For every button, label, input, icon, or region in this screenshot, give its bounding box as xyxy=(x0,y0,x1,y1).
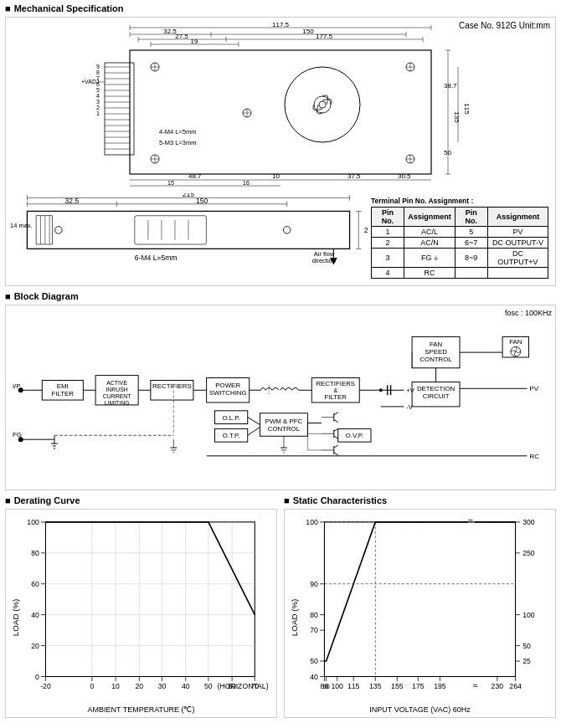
svg-text:0: 0 xyxy=(35,673,39,681)
svg-text:20: 20 xyxy=(135,682,143,690)
svg-text:30.5: 30.5 xyxy=(398,172,411,180)
svg-text:6-M4 L=5mm: 6-M4 L=5mm xyxy=(135,254,178,262)
top-view-drawing: 117.5 32.5 150 27.5 177.5 xyxy=(80,21,481,188)
svg-text:150: 150 xyxy=(196,197,208,205)
svg-text:POWER: POWER xyxy=(215,382,240,389)
svg-text:3: 3 xyxy=(96,99,100,105)
svg-text:DETECTION: DETECTION xyxy=(417,385,455,392)
svg-text:27.5: 27.5 xyxy=(175,33,188,40)
svg-text:300: 300 xyxy=(522,518,535,526)
col-pin2: Pin No. xyxy=(455,208,487,227)
svg-text:40: 40 xyxy=(182,682,190,690)
svg-text:4: 4 xyxy=(96,93,100,99)
svg-text:100: 100 xyxy=(306,518,318,526)
svg-text:FILTER: FILTER xyxy=(325,393,347,401)
svg-text:80: 80 xyxy=(31,549,39,557)
svg-text:5: 5 xyxy=(96,87,100,93)
svg-text:0: 0 xyxy=(90,682,94,690)
svg-text:115: 115 xyxy=(347,682,360,690)
svg-text:INRUSH: INRUSH xyxy=(106,387,127,392)
svg-text:ACTIVE: ACTIVE xyxy=(106,380,127,386)
svg-text:150: 150 xyxy=(302,28,314,35)
svg-text:100: 100 xyxy=(522,611,535,619)
svg-text:≈: ≈ xyxy=(468,515,473,525)
svg-text:FAN: FAN xyxy=(430,341,443,348)
table-row: 4RC xyxy=(372,268,548,279)
svg-text:O.T.P.: O.T.P. xyxy=(223,432,240,439)
svg-line-187 xyxy=(248,418,260,425)
svg-text:RC: RC xyxy=(529,453,539,460)
svg-line-192 xyxy=(334,420,338,423)
svg-point-109 xyxy=(283,227,291,234)
svg-rect-22 xyxy=(130,50,431,174)
svg-rect-216 xyxy=(45,522,255,677)
svg-text:CONTROL: CONTROL xyxy=(268,425,301,433)
svg-point-50 xyxy=(285,67,360,142)
terminal-title: Terminal Pin No. Assignment : xyxy=(371,197,548,205)
svg-text:CIRCUIT: CIRCUIT xyxy=(423,392,450,400)
svg-text:PV: PV xyxy=(529,385,538,392)
svg-point-52 xyxy=(319,101,326,108)
svg-text:60: 60 xyxy=(31,580,39,588)
svg-text:O.V.P.: O.V.P. xyxy=(346,432,363,439)
mechanical-title: Mechanical Specification xyxy=(5,3,556,13)
svg-text:175: 175 xyxy=(412,682,425,690)
svg-text:38.7: 38.7 xyxy=(444,82,457,90)
side-view-drawing: 215 32.5 150 xyxy=(9,193,368,282)
svg-text:80: 80 xyxy=(310,611,318,619)
block-diagram-area: I/P FG EMI FILTER xyxy=(9,319,552,486)
svg-text:50: 50 xyxy=(444,149,451,156)
svg-text:FILTER: FILTER xyxy=(52,390,75,397)
svg-text:FG: FG xyxy=(13,431,22,438)
svg-text:8: 8 xyxy=(96,69,100,75)
svg-rect-99 xyxy=(36,216,52,244)
fosc-label: fosc : 100KHz xyxy=(9,309,552,317)
col-assign1: Assignment xyxy=(404,208,455,227)
bottom-sections: Derating Curve LOAD (%) 0 20 xyxy=(5,495,556,718)
svg-rect-103 xyxy=(135,216,207,244)
block-title: Block Diagram xyxy=(5,291,556,301)
svg-text:230: 230 xyxy=(492,682,504,690)
svg-text:177.5: 177.5 xyxy=(316,33,333,40)
svg-text:PWM & PFC: PWM & PFC xyxy=(265,418,303,425)
svg-text:15: 15 xyxy=(167,180,174,186)
svg-text:100: 100 xyxy=(27,518,39,526)
svg-text:-20: -20 xyxy=(40,682,51,690)
svg-text:RECTIFIERS: RECTIFIERS xyxy=(152,382,192,390)
svg-text:70: 70 xyxy=(310,626,318,634)
svg-text:CURRENT: CURRENT xyxy=(103,393,131,399)
svg-text:4-M4 L=5mm: 4-M4 L=5mm xyxy=(159,128,196,136)
derating-x-label: AMBIENT TEMPERATURE (℃) xyxy=(9,705,273,714)
svg-text:10: 10 xyxy=(111,682,120,690)
svg-text:90: 90 xyxy=(322,683,329,690)
terminal-table-wrapper: Terminal Pin No. Assignment : Pin No. As… xyxy=(368,193,552,282)
block-content: fosc : 100KHz I/P FG xyxy=(5,305,556,490)
svg-line-200 xyxy=(334,453,338,455)
svg-text:25: 25 xyxy=(522,657,531,665)
svg-text:30: 30 xyxy=(158,682,167,690)
svg-line-191 xyxy=(334,413,338,415)
svg-text:≈: ≈ xyxy=(473,680,478,690)
table-row: 2AC/N6~7DC OUTPUT-V xyxy=(372,238,548,249)
svg-text:EMI: EMI xyxy=(57,382,69,390)
terminal-pin-table: Pin No. Assignment Pin No. Assignment 1A… xyxy=(371,207,548,279)
svg-text:LIMITING: LIMITING xyxy=(105,400,130,406)
svg-text:19: 19 xyxy=(191,38,198,45)
svg-text:I/P: I/P xyxy=(13,382,21,390)
svg-line-199 xyxy=(334,445,338,448)
svg-text:SWITCHING: SWITCHING xyxy=(209,389,247,397)
static-title: Static Characteristics xyxy=(284,495,556,505)
derating-title: Derating Curve xyxy=(5,495,277,505)
svg-text:48.7: 48.7 xyxy=(188,172,202,180)
svg-text:LOAD (%): LOAD (%) xyxy=(290,599,299,637)
svg-text:1: 1 xyxy=(96,110,100,116)
derating-section: Derating Curve LOAD (%) 0 20 xyxy=(5,495,277,718)
svg-text:215: 215 xyxy=(183,193,195,198)
col-assign2: Assignment xyxy=(487,208,548,227)
svg-text:117.5: 117.5 xyxy=(272,21,290,28)
svg-text:100: 100 xyxy=(331,682,343,690)
svg-text:135: 135 xyxy=(369,682,382,690)
svg-text:16: 16 xyxy=(243,180,250,186)
svg-text:10: 10 xyxy=(272,172,280,180)
mechanical-content: Case No. 912G Unit:mm 117.5 32.5 150 xyxy=(5,17,556,286)
